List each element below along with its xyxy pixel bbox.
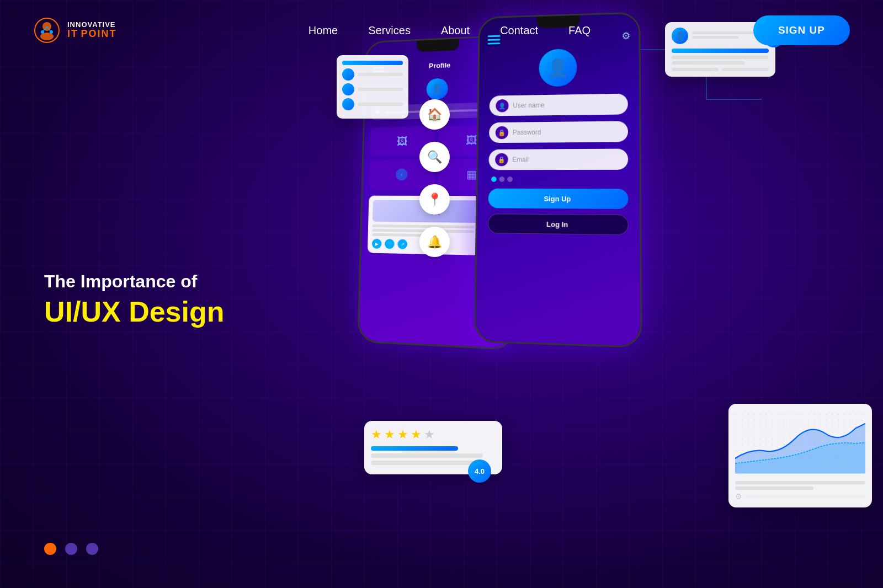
logo-text: INNOVATIVE IT POINT bbox=[67, 21, 116, 40]
rating-bar-2 bbox=[371, 453, 483, 458]
star-3: ★ bbox=[397, 427, 408, 442]
phone1-circle-2: ♡ bbox=[385, 239, 395, 249]
hero-text: The Importance of UI/UX Design bbox=[44, 271, 225, 328]
phone2-username-label: User name bbox=[513, 101, 544, 109]
star-1: ★ bbox=[371, 427, 382, 442]
left-panel-header bbox=[342, 61, 403, 65]
phone2-password-field: 🔒 Password bbox=[489, 121, 628, 143]
left-panel-line-3 bbox=[358, 103, 403, 106]
phone1-avatar: 👤 bbox=[427, 78, 448, 100]
chart-bottom-row: ⚙ bbox=[735, 492, 865, 501]
chart-panel: ⚙ bbox=[728, 404, 872, 507]
bell-icon-circle: 🔔 bbox=[419, 227, 450, 257]
svg-point-2 bbox=[40, 33, 54, 40]
icon-circles: 🏠 🔍 📍 🔔 bbox=[419, 99, 450, 257]
rp-bottom-row bbox=[672, 68, 769, 71]
phone2: ⚙ 👤 👤 User name 🔒 Password 🔒 Email bbox=[474, 12, 642, 348]
phone2-email-icon: 🔒 bbox=[495, 153, 508, 167]
toggle-dot-1 bbox=[491, 177, 497, 182]
toggle-dot-2 bbox=[499, 177, 505, 182]
phone2-username-field: 👤 User name bbox=[490, 94, 628, 116]
location-icon-circle: 📍 bbox=[419, 184, 450, 215]
phones-container: 🏠 🔍 📍 🔔 Profi bbox=[331, 0, 883, 541]
chart-gear-icon: ⚙ bbox=[735, 492, 742, 501]
page-wrapper: INNOVATIVE IT POINT Home Services About … bbox=[0, 0, 883, 588]
rating-bar-1 bbox=[371, 446, 458, 451]
nav-contact[interactable]: Contact bbox=[500, 24, 538, 37]
rp-bar-2 bbox=[722, 68, 769, 71]
logo-it: IT bbox=[67, 28, 78, 39]
phone1-circle-1: ▶ bbox=[372, 239, 382, 249]
phone1-title: Profile bbox=[429, 61, 450, 70]
search-icon-circle: 🔍 bbox=[419, 142, 450, 172]
nav-services[interactable]: Services bbox=[368, 24, 411, 37]
phone2-email-field: 🔒 Email bbox=[488, 149, 628, 170]
left-panel-dot-1 bbox=[342, 68, 354, 81]
star-5: ★ bbox=[424, 427, 435, 442]
rp-bar-1 bbox=[672, 68, 719, 71]
logo-innovative: INNOVATIVE bbox=[67, 21, 116, 29]
rating-bar-3 bbox=[371, 461, 477, 465]
home-icon-circle: 🏠 bbox=[419, 99, 450, 130]
phone2-form: 👤 User name 🔒 Password 🔒 Email bbox=[477, 93, 640, 240]
logo-point: POINT bbox=[81, 28, 116, 39]
phone2-signup-btn[interactable]: Sign Up bbox=[488, 189, 628, 209]
left-panel-dot-2 bbox=[342, 83, 354, 95]
navbar: INNOVATIVE IT POINT Home Services About … bbox=[0, 0, 883, 61]
phone1-circle-3: ↗ bbox=[397, 239, 407, 249]
hero-subtitle: The Importance of bbox=[44, 271, 225, 292]
left-panel-row-3 bbox=[342, 98, 403, 110]
toggle-dot-3 bbox=[507, 177, 513, 182]
star-4: ★ bbox=[411, 427, 422, 442]
chart-area bbox=[735, 410, 865, 477]
ratings-panel: ★ ★ ★ ★ ★ 4.0 bbox=[364, 421, 502, 474]
nav-faq[interactable]: FAQ bbox=[568, 24, 591, 37]
rating-badge: 4.0 bbox=[468, 459, 491, 483]
phone2-login-btn[interactable]: Log In bbox=[488, 213, 629, 235]
phone2-user-icon: 👤 bbox=[496, 99, 508, 113]
dot-1[interactable] bbox=[44, 543, 56, 555]
phone2-lock-icon: 🔒 bbox=[496, 126, 509, 140]
stars-row: ★ ★ ★ ★ ★ bbox=[371, 427, 496, 442]
logo-icon bbox=[33, 17, 61, 44]
phone2-email-label: Email bbox=[512, 156, 529, 163]
signup-button[interactable]: SIGN UP bbox=[753, 15, 850, 45]
chart-bar-small bbox=[746, 495, 865, 498]
chart-line-2 bbox=[735, 487, 813, 490]
phone2-toggle bbox=[488, 177, 628, 182]
left-panel-row-2 bbox=[342, 83, 403, 95]
dot-2[interactable] bbox=[65, 543, 77, 555]
dot-3[interactable] bbox=[86, 543, 98, 555]
nav-links: Home Services About Contact FAQ bbox=[198, 24, 591, 37]
pagination-dots bbox=[44, 543, 98, 555]
phone2-screen: ⚙ 👤 👤 User name 🔒 Password 🔒 Email bbox=[476, 13, 641, 346]
chart-svg bbox=[735, 410, 865, 477]
nav-about[interactable]: About bbox=[441, 24, 470, 37]
star-2: ★ bbox=[384, 427, 395, 442]
chart-panel-lines bbox=[735, 481, 865, 490]
left-panel-line-2 bbox=[358, 88, 403, 91]
logo-area: INNOVATIVE IT POINT bbox=[33, 17, 116, 44]
left-panel-row-1 bbox=[342, 68, 403, 81]
nav-home[interactable]: Home bbox=[308, 24, 338, 37]
left-floating-panel bbox=[337, 55, 408, 119]
left-panel-dot-3 bbox=[342, 98, 354, 110]
left-panel-line-1 bbox=[358, 73, 403, 76]
rp-gray-bar-2 bbox=[672, 61, 744, 65]
hero-title: UI/UX Design bbox=[44, 296, 225, 328]
phone2-password-label: Password bbox=[513, 129, 541, 136]
chart-line-1 bbox=[735, 481, 865, 484]
logo-it-point: IT POINT bbox=[67, 29, 116, 40]
